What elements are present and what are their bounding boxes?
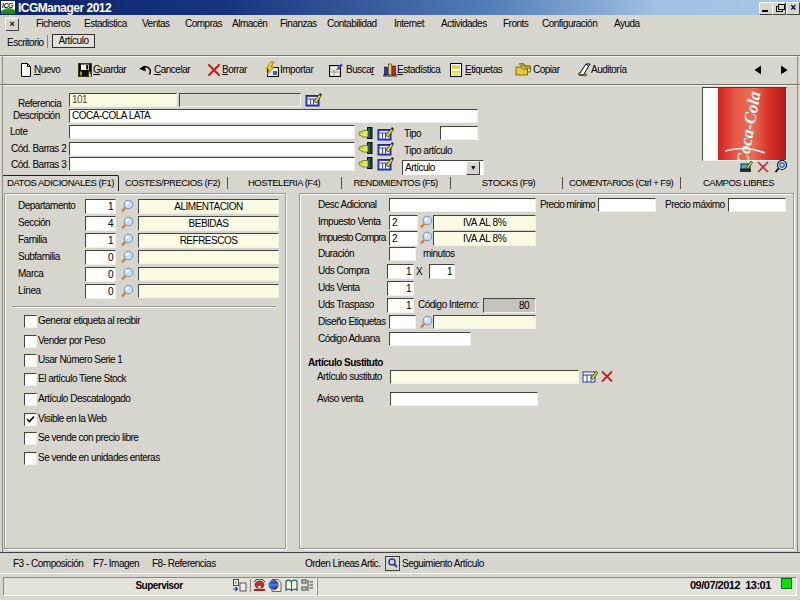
svg-text:ICG: ICG bbox=[2, 2, 14, 9]
